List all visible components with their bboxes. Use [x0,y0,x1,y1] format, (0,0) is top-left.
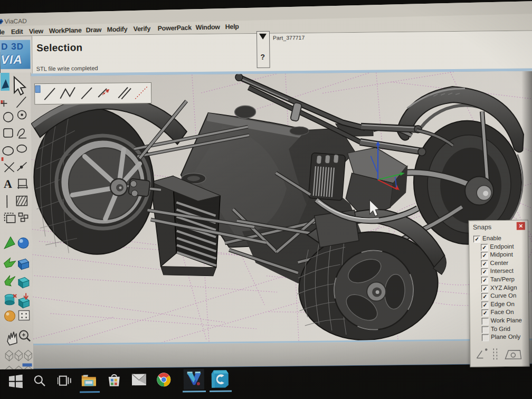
svg-text:A: A [4,177,12,191]
